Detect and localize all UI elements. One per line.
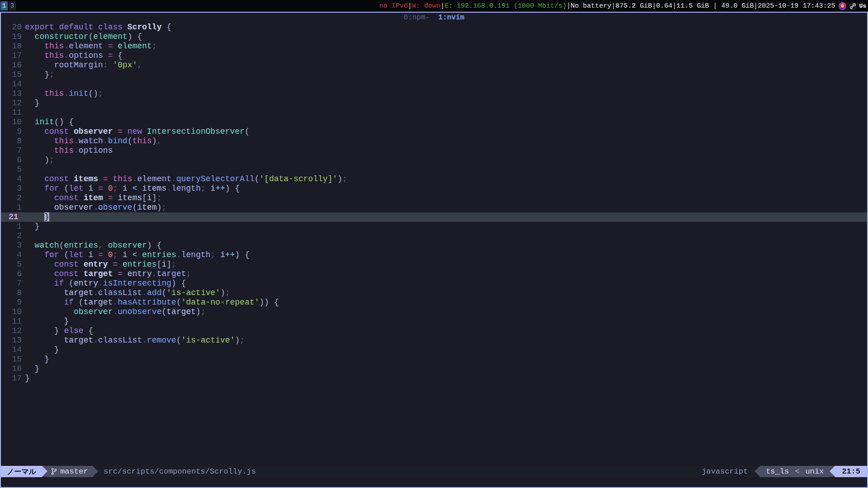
code-token: [ [157, 260, 162, 269]
editor-buffer[interactable]: 20export default class Scrolly {19 const… [1, 23, 867, 383]
code-token: target [64, 288, 93, 297]
code-line[interactable]: 2 [1, 231, 867, 241]
line-number: 10 [1, 117, 25, 127]
code-token: { [269, 298, 279, 307]
command-line[interactable] [1, 477, 867, 487]
code-line[interactable]: 16 rootMargin: '0px', [1, 61, 867, 70]
code-line[interactable]: 16 } [1, 364, 867, 374]
code-line[interactable]: 8 this.watch.bind(this), [1, 136, 867, 146]
code-token: init [69, 89, 88, 98]
line-number: 4 [1, 174, 25, 184]
code-line[interactable]: 17 this.options = { [1, 51, 867, 61]
code-line-current[interactable]: 21 } [1, 212, 867, 222]
code-line[interactable]: 7 if (entry.isIntersecting) { [1, 279, 867, 288]
code-token: entries [142, 250, 176, 259]
code-line[interactable]: 4 for (let i = 0; i < entries.length; i+… [1, 250, 867, 260]
code-text: this.options [25, 146, 113, 155]
code-token [25, 193, 54, 202]
code-line[interactable]: 6 const target = entry.target; [1, 269, 867, 279]
code-token: ( [64, 250, 69, 259]
code-line[interactable]: 7 this.options [1, 146, 867, 155]
code-line[interactable]: 8 target.classList.add('is-active'); [1, 288, 867, 298]
code-line[interactable]: 3 for (let i = 0; i < items.length; i++)… [1, 184, 867, 193]
code-line[interactable]: 1 observer.observe(item); [1, 203, 867, 212]
code-token: target [84, 298, 113, 307]
code-token: . [152, 269, 157, 278]
code-line[interactable]: 15 }; [1, 70, 867, 80]
code-line[interactable]: 11 } [1, 317, 867, 326]
code-token: ; [98, 89, 103, 98]
code-token: 0 [108, 184, 113, 193]
code-line[interactable]: 10 init() { [1, 117, 867, 127]
code-token: '[data-scrolly]' [259, 174, 338, 183]
code-token [25, 136, 54, 145]
code-token: { [176, 279, 186, 288]
code-line[interactable]: 5 const entry = entries[i]; [1, 260, 867, 269]
code-line[interactable]: 9 if (target.hasAttribute('data-no-repea… [1, 298, 867, 307]
code-token: ( [161, 307, 166, 316]
code-line[interactable]: 14 } [1, 345, 867, 355]
code-token: } [35, 99, 40, 108]
code-token: ] [166, 260, 171, 269]
code-line[interactable]: 12 } [1, 99, 867, 108]
line-number: 18 [1, 42, 25, 51]
code-line[interactable]: 19 constructor(element) { [1, 32, 867, 42]
tmux-window-gap [429, 14, 438, 22]
code-line[interactable]: 6 ); [1, 155, 867, 165]
code-token: { [240, 250, 250, 259]
code-line[interactable]: 2 const item = items[i]; [1, 193, 867, 203]
code-token: watch [35, 241, 59, 250]
code-line[interactable]: 17} [1, 374, 867, 383]
code-text: } [25, 222, 39, 231]
code-line[interactable]: 15 } [1, 355, 867, 364]
status-separator: | [672, 2, 676, 10]
code-token: entries [64, 241, 98, 250]
code-token: new [127, 127, 147, 136]
code-line[interactable]: 13 target.classList.remove('is-active'); [1, 336, 867, 345]
code-line[interactable]: 14 [1, 80, 867, 89]
code-line[interactable]: 1 } [1, 222, 867, 231]
line-number: 2 [1, 231, 25, 241]
status-item: no IPv6 [379, 2, 408, 10]
workspace-tag-3[interactable]: 3 [9, 1, 16, 10]
code-token: , [157, 136, 162, 145]
code-line[interactable]: 18 this.element = element; [1, 42, 867, 51]
code-token: ; [211, 250, 221, 259]
workspace-tag-1[interactable]: 1 [0, 1, 8, 10]
code-token: , [137, 61, 142, 70]
code-line[interactable]: 12 } else { [1, 326, 867, 336]
code-line[interactable]: 4 const items = this.element.querySelect… [1, 174, 867, 184]
code-line[interactable]: 3 watch(entries, observer) { [1, 241, 867, 250]
code-token: this [44, 42, 64, 51]
code-token: this [113, 174, 132, 183]
steam-icon[interactable] [849, 2, 857, 10]
keyboard-layout-indicator[interactable]: Us [859, 3, 866, 9]
flame-app-icon[interactable] [838, 2, 847, 10]
status-separator: | [440, 2, 444, 10]
code-token [25, 212, 44, 221]
lsp-encoding-segment: ts_ls < unix [760, 466, 830, 477]
code-line[interactable]: 5 [1, 165, 867, 174]
code-token: ) [196, 307, 201, 316]
code-line[interactable]: 13 this.init(); [1, 89, 867, 99]
tmux-window-nvim[interactable]: 1:nvim [439, 14, 465, 22]
code-token: observer [108, 241, 147, 250]
code-line[interactable]: 10 observer.unobserve(target); [1, 307, 867, 317]
code-text: observer.unobserve(target); [25, 307, 206, 317]
code-text: constructor(element) { [25, 32, 142, 42]
code-token: ) [152, 136, 157, 145]
code-token: const [54, 269, 84, 278]
tmux-window-npm[interactable]: 0:npm- [404, 14, 430, 22]
git-branch[interactable]: master [47, 466, 93, 477]
code-token: observer [54, 203, 93, 212]
code-line[interactable]: 11 [1, 108, 867, 117]
code-token: ; [49, 70, 54, 79]
status-separator: | [611, 2, 615, 10]
code-token: watch [79, 136, 103, 145]
code-line[interactable]: 20export default class Scrolly { [1, 23, 867, 32]
code-token: ++ [225, 250, 235, 259]
code-token: IntersectionObserver [147, 127, 245, 136]
status-item: E: 192.168.0.191 (1000 Mbit/s) [444, 2, 566, 10]
code-text: } [25, 317, 69, 326]
code-line[interactable]: 9 const observer = new IntersectionObser… [1, 127, 867, 136]
